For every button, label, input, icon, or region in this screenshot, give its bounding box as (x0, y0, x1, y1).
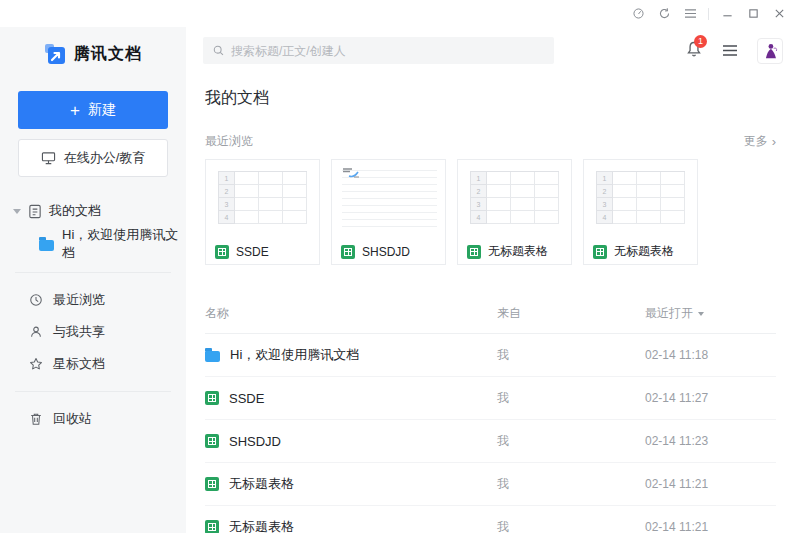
file-type-icon (341, 245, 355, 259)
doc-owner: 我 (497, 476, 645, 493)
doc-list-header: 名称 来自 最近打开 (205, 265, 776, 334)
window-titlebar (0, 0, 800, 27)
chevron-down-icon[interactable] (13, 209, 21, 214)
doc-owner: 我 (497, 433, 645, 450)
star-icon (29, 357, 43, 371)
plus-icon: + (70, 102, 80, 119)
maximize-button[interactable] (740, 4, 766, 24)
main-header: 1 (186, 27, 800, 74)
search-box[interactable] (203, 37, 554, 64)
doc-name: SHSDJD (229, 434, 281, 449)
file-type-icon (467, 245, 481, 259)
card-doc-name: 无标题表格 (614, 243, 674, 260)
file-type-icon (205, 434, 219, 448)
online-office-button[interactable]: 在线办公/教育 (18, 139, 168, 177)
avatar[interactable] (757, 38, 783, 64)
file-type-icon (205, 391, 219, 405)
trash-icon (29, 412, 43, 426)
doc-thumbnail: 1 2 3 (458, 160, 571, 239)
sidebar: 腾讯文档 + 新建 在线办公/教育 我的文档 (0, 27, 186, 533)
doc-name: 无标题表格 (229, 475, 294, 493)
page-title: 我的文档 (205, 88, 776, 109)
close-button[interactable] (766, 4, 792, 24)
doc-list-row[interactable]: 无标题表格 我 02-14 11:21 (205, 463, 776, 506)
thumbnail-grid: 1 2 3 (470, 171, 559, 224)
refresh-icon[interactable] (651, 4, 677, 24)
column-name: 名称 (205, 305, 497, 322)
file-type-icon (593, 245, 607, 259)
doc-last-opened: 02-14 11:18 (645, 348, 776, 362)
search-input[interactable] (231, 44, 545, 58)
doc-owner: 我 (497, 390, 645, 407)
doc-owner: 我 (497, 347, 645, 364)
minimize-button[interactable] (714, 4, 740, 24)
column-owner: 来自 (497, 305, 645, 322)
doc-list: 名称 来自 最近打开 Hi，欢迎使用腾讯文档 我 02-14 11:1 (205, 265, 776, 533)
search-icon (212, 44, 225, 57)
sidebar-item-starred[interactable]: 星标文档 (0, 348, 186, 380)
sidebar-divider (15, 391, 171, 392)
titlebar-menu-icon[interactable] (677, 4, 703, 24)
monitor-icon (41, 151, 56, 165)
new-document-button[interactable]: + 新建 (18, 91, 168, 129)
card-doc-name: SHSDJD (362, 245, 410, 259)
chevron-right-icon: › (772, 134, 776, 149)
doc-thumbnail: 1 2 3 (206, 160, 319, 239)
more-link[interactable]: 更多 › (744, 133, 776, 150)
compass-icon[interactable] (625, 4, 651, 24)
recent-doc-card[interactable]: 1 2 3 (457, 159, 572, 265)
person-icon (29, 325, 43, 339)
tencent-docs-logo-icon (44, 43, 66, 65)
app-logo: 腾讯文档 (0, 41, 186, 67)
doc-last-opened: 02-14 11:23 (645, 434, 776, 448)
sidebar-item-recent[interactable]: 最近浏览 (0, 284, 186, 316)
titlebar-divider (708, 8, 709, 20)
clock-icon (29, 293, 43, 307)
doc-name: SSDE (229, 391, 264, 406)
recent-doc-card[interactable]: 1 2 3 (583, 159, 698, 265)
folder-icon (39, 240, 54, 251)
file-type-icon (205, 477, 219, 491)
header-menu-button[interactable] (722, 44, 738, 57)
thumbnail-lines (332, 160, 445, 239)
avatar-image (759, 40, 781, 62)
doc-owner: 我 (497, 519, 645, 533)
doc-name: 无标题表格 (229, 518, 294, 533)
doc-last-opened: 02-14 11:27 (645, 391, 776, 405)
recent-cards: 1 2 3 (205, 159, 776, 265)
sidebar-item-my-docs[interactable]: 我的文档 (0, 195, 186, 227)
recent-doc-card[interactable]: 1 2 3 (205, 159, 320, 265)
notifications-button[interactable]: 1 (685, 40, 703, 62)
document-icon (28, 204, 42, 219)
sort-arrow-icon (698, 312, 704, 316)
doc-list-row[interactable]: SSDE 我 02-14 11:27 (205, 377, 776, 420)
card-doc-name: 无标题表格 (488, 243, 548, 260)
sidebar-item-shared[interactable]: 与我共享 (0, 316, 186, 348)
file-type-icon (205, 351, 220, 362)
doc-list-row[interactable]: SHSDJD 我 02-14 11:23 (205, 420, 776, 463)
doc-thumbnail: 1 2 3 (584, 160, 697, 239)
doc-last-opened: 02-14 11:21 (645, 477, 776, 491)
thumbnail-grid: 1 2 3 (218, 171, 307, 224)
sidebar-divider (15, 272, 171, 273)
notification-badge: 1 (694, 35, 707, 48)
file-type-icon (205, 520, 219, 533)
card-doc-name: SSDE (236, 245, 269, 259)
hamburger-icon (722, 44, 738, 57)
sidebar-item-welcome-folder[interactable]: Hi，欢迎使用腾讯文档 (0, 227, 186, 261)
recent-section-title: 最近浏览 (205, 133, 253, 150)
column-last-opened[interactable]: 最近打开 (645, 305, 776, 322)
doc-list-row[interactable]: Hi，欢迎使用腾讯文档 我 02-14 11:18 (205, 334, 776, 377)
recent-doc-card[interactable]: 1 2 3 (331, 159, 446, 265)
doc-list-row[interactable]: 无标题表格 我 02-14 11:21 (205, 506, 776, 533)
app-title: 腾讯文档 (74, 44, 142, 65)
doc-thumbnail: 1 2 3 (332, 160, 445, 239)
doc-name: Hi，欢迎使用腾讯文档 (230, 346, 359, 364)
sidebar-item-trash[interactable]: 回收站 (0, 403, 186, 435)
file-type-icon (215, 245, 229, 259)
doc-last-opened: 02-14 11:21 (645, 520, 776, 533)
thumbnail-grid: 1 2 3 (596, 171, 685, 224)
